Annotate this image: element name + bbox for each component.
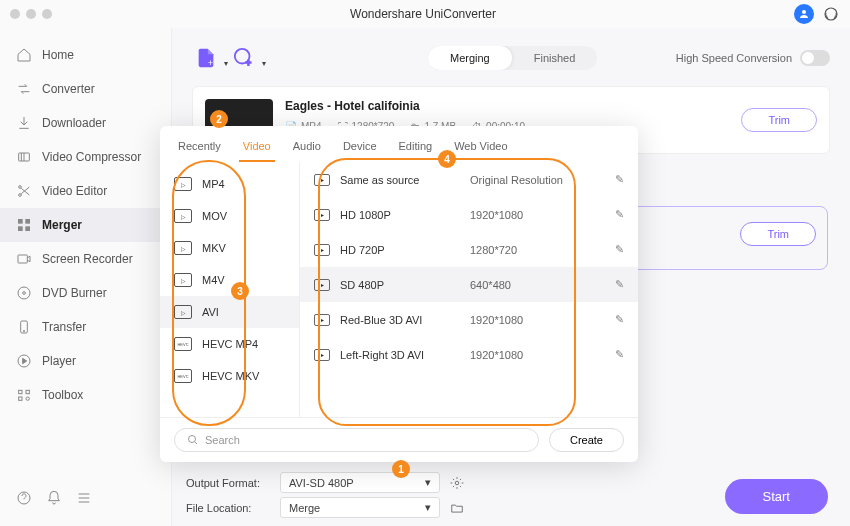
sidebar-item-label: Toolbox	[42, 388, 83, 402]
tab-webvideo[interactable]: Web Video	[450, 136, 511, 162]
start-button[interactable]: Start	[725, 479, 828, 514]
toolbox-icon	[16, 387, 32, 403]
svg-rect-16	[26, 390, 29, 393]
sidebar-item-recorder[interactable]: Screen Recorder	[0, 242, 171, 276]
play-icon: ▸	[314, 314, 330, 326]
format-icon: HEVC	[174, 337, 192, 351]
format-mov[interactable]: ▷MOV	[160, 200, 299, 232]
window-controls	[10, 9, 52, 19]
maximize-dot-icon[interactable]	[42, 9, 52, 19]
sidebar-item-label: Player	[42, 354, 76, 368]
add-file-button[interactable]: +▾	[192, 44, 220, 72]
sidebar-item-transfer[interactable]: Transfer	[0, 310, 171, 344]
segment-finished[interactable]: Finished	[512, 46, 598, 70]
compress-icon	[16, 149, 32, 165]
folder-icon[interactable]	[450, 501, 464, 515]
sidebar-item-player[interactable]: Player	[0, 344, 171, 378]
svg-text:+: +	[208, 58, 213, 68]
resolution-column: ▸Same as sourceOriginal Resolution✎ ▸HD …	[300, 162, 638, 417]
resolution-item[interactable]: ▸Red-Blue 3D AVI1920*1080✎	[300, 302, 638, 337]
convert-icon	[16, 81, 32, 97]
avatar-icon[interactable]	[794, 4, 814, 24]
format-m4v[interactable]: ▷M4V	[160, 264, 299, 296]
record-icon	[16, 251, 32, 267]
callout-3: 3	[231, 282, 249, 300]
callout-2: 2	[210, 110, 228, 128]
resolution-item[interactable]: ▸Same as sourceOriginal Resolution✎	[300, 162, 638, 197]
sidebar-item-toolbox[interactable]: Toolbox	[0, 378, 171, 412]
sidebar-item-merger[interactable]: Merger	[0, 208, 171, 242]
minimize-dot-icon[interactable]	[26, 9, 36, 19]
file-location-select[interactable]: Merge▾	[280, 497, 440, 518]
tab-editing[interactable]: Editing	[395, 136, 437, 162]
tab-video[interactable]: Video	[239, 136, 275, 162]
sidebar-item-dvd[interactable]: DVD Burner	[0, 276, 171, 310]
sidebar-item-label: Transfer	[42, 320, 86, 334]
sidebar-item-label: Screen Recorder	[42, 252, 133, 266]
format-mp4[interactable]: ▷MP4	[160, 168, 299, 200]
sidebar-item-label: Converter	[42, 82, 95, 96]
add-url-button[interactable]: +▾	[230, 44, 258, 72]
format-icon: ▷	[174, 177, 192, 191]
svg-point-13	[23, 330, 24, 331]
svg-rect-7	[18, 226, 23, 231]
edit-icon[interactable]: ✎	[615, 173, 624, 186]
chevron-down-icon: ▾	[262, 59, 266, 68]
tab-device[interactable]: Device	[339, 136, 381, 162]
close-dot-icon[interactable]	[10, 9, 20, 19]
svg-point-24	[455, 481, 459, 485]
edit-icon[interactable]: ✎	[615, 278, 624, 291]
tab-audio[interactable]: Audio	[289, 136, 325, 162]
sidebar-item-downloader[interactable]: Downloader	[0, 106, 171, 140]
callout-4: 4	[438, 150, 456, 168]
merger-icon	[16, 217, 32, 233]
popup-tabs: Recently Video Audio Device Editing Web …	[160, 126, 638, 162]
bell-icon[interactable]	[46, 490, 62, 506]
trim-button[interactable]: Trim	[741, 108, 817, 132]
gear-icon[interactable]	[450, 476, 464, 490]
resolution-item[interactable]: ▸HD 720P1280*720✎	[300, 232, 638, 267]
file-title: Eagles - Hotel califoinia	[285, 99, 729, 113]
edit-icon[interactable]: ✎	[615, 243, 624, 256]
edit-icon[interactable]: ✎	[615, 348, 624, 361]
tab-recently[interactable]: Recently	[174, 136, 225, 162]
sidebar-item-converter[interactable]: Converter	[0, 72, 171, 106]
callout-1: 1	[392, 460, 410, 478]
download-icon	[16, 115, 32, 131]
chevron-down-icon: ▾	[224, 59, 228, 68]
menu-icon[interactable]	[76, 490, 92, 506]
support-icon[interactable]	[822, 5, 840, 23]
edit-icon[interactable]: ✎	[615, 208, 624, 221]
speed-toggle[interactable]	[800, 50, 830, 66]
svg-rect-8	[25, 226, 30, 231]
sidebar-item-home[interactable]: Home	[0, 38, 171, 72]
player-icon	[16, 353, 32, 369]
format-avi[interactable]: ▷AVI	[160, 296, 299, 328]
format-mkv[interactable]: ▷MKV	[160, 232, 299, 264]
edit-icon[interactable]: ✎	[615, 313, 624, 326]
svg-text:+: +	[246, 58, 251, 68]
resolution-item[interactable]: ▸SD 480P640*480✎	[300, 267, 638, 302]
segment-merging[interactable]: Merging	[428, 46, 512, 70]
svg-rect-6	[25, 219, 30, 224]
resolution-item[interactable]: ▸HD 1080P1920*1080✎	[300, 197, 638, 232]
output-format-label: Output Format:	[186, 477, 270, 489]
format-hevc-mkv[interactable]: HEVCHEVC MKV	[160, 360, 299, 392]
segment-control: Merging Finished	[428, 46, 597, 70]
bottom-bar: Output Format: AVI-SD 480P▾ File Locatio…	[186, 468, 828, 518]
sidebar-item-compressor[interactable]: Video Compressor	[0, 140, 171, 174]
file-location-label: File Location:	[186, 502, 270, 514]
output-format-select[interactable]: AVI-SD 480P▾	[280, 472, 440, 493]
chevron-down-icon: ▾	[425, 476, 431, 489]
create-button[interactable]: Create	[549, 428, 624, 452]
search-input[interactable]: Search	[174, 428, 539, 452]
svg-rect-5	[18, 219, 23, 224]
home-icon	[16, 47, 32, 63]
format-icon: HEVC	[174, 369, 192, 383]
resolution-item[interactable]: ▸Left-Right 3D AVI1920*1080✎	[300, 337, 638, 372]
help-icon[interactable]	[16, 490, 32, 506]
svg-rect-17	[19, 397, 22, 400]
sidebar-item-editor[interactable]: Video Editor	[0, 174, 171, 208]
format-hevc-mp4[interactable]: HEVCHEVC MP4	[160, 328, 299, 360]
svg-rect-15	[19, 390, 22, 393]
